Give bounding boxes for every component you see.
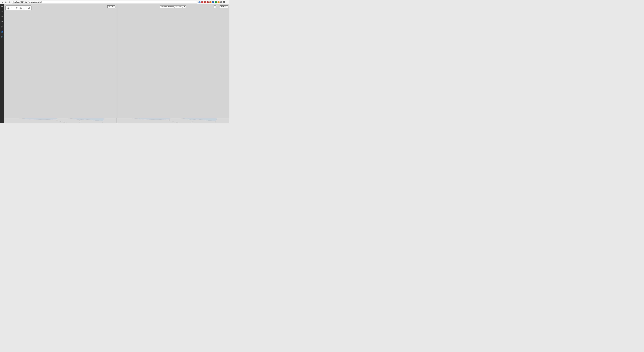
map-area: + 1000 km <box>4 4 229 123</box>
svg-point-2 <box>7 7 8 8</box>
browser-icon-2 <box>201 1 203 3</box>
projection-selector[interactable]: Spherical Mercator (EPSG:3857) ▼ <box>160 6 186 8</box>
browser-icon-5 <box>209 1 212 3</box>
browser-bar: ◀ ▶ ↻ ⋮ <box>0 0 229 4</box>
svg-rect-11 <box>25 7 26 8</box>
right-scale-label: 1000 km <box>221 6 227 8</box>
browser-icon-8 <box>218 1 220 3</box>
map-divider <box>116 4 117 123</box>
toolbar-add-button[interactable]: + <box>10 6 14 10</box>
left-map-panel[interactable]: 1000 km <box>4 4 116 123</box>
browser-icon-3 <box>204 1 206 3</box>
svg-rect-10 <box>24 7 25 8</box>
right-scale-bar: 1000 km <box>220 6 228 8</box>
svg-rect-15 <box>29 7 30 8</box>
left-map-svg[interactable]: YT NT NU BC AB SK MB ON QC NL NB NS PE C… <box>4 4 116 123</box>
svg-line-1 <box>2 7 3 7</box>
toolbar-grid-button[interactable] <box>23 6 27 10</box>
left-scale-bar: 1000 km <box>108 6 115 8</box>
browser-icon-1 <box>198 1 200 3</box>
svg-rect-9 <box>21 8 22 9</box>
browser-icon-10 <box>223 1 225 3</box>
browser-icon-4 <box>206 1 209 3</box>
svg-rect-7 <box>20 8 20 9</box>
sidebar-add-button[interactable]: + <box>0 10 4 13</box>
right-map-panel[interactable]: Spherical Mercator (EPSG:3857) ▼ 1000 km… <box>117 4 229 123</box>
url-bar[interactable] <box>12 1 197 4</box>
toggle-label: 1 <box>214 6 215 8</box>
sidebar-draw-button[interactable]: ✏ <box>0 15 4 18</box>
toolbar-print-button[interactable] <box>27 6 31 10</box>
toolbar-list-button[interactable] <box>14 6 18 10</box>
svg-point-0 <box>2 6 2 7</box>
sidebar-layers-button[interactable]: ◎ <box>0 25 4 28</box>
sidebar-settings-button[interactable]: ⚙ <box>0 20 4 23</box>
app-container: + ✏ ⚙ ◎ 👤 🔗 + <box>0 4 229 123</box>
toolbar-search-button[interactable] <box>6 6 10 10</box>
projection-label: Spherical Mercator (EPSG:3857) <box>161 6 183 8</box>
svg-line-3 <box>8 8 9 9</box>
right-toggle-button[interactable]: 1 <box>214 6 216 8</box>
sidebar-link-button[interactable]: 🔗 <box>0 35 4 38</box>
browser-icons: ⋮ <box>198 1 228 3</box>
sidebar-search-button[interactable] <box>0 5 4 8</box>
browser-icon-7 <box>215 1 217 3</box>
sidebar-person-button[interactable]: 👤 <box>0 30 4 33</box>
left-scale-label: 1000 km <box>108 6 114 8</box>
sidebar: + ✏ ⚙ ◎ 👤 🔗 <box>0 4 4 123</box>
toolbar-chart-button[interactable] <box>19 6 22 10</box>
right-map-svg[interactable]: YT NT NU BC AB SK MB ON QC NL NB NS PE C… <box>117 4 229 123</box>
toolbar: + <box>6 6 32 10</box>
refresh-button[interactable]: ↻ <box>8 1 11 3</box>
back-button[interactable]: ◀ <box>1 1 4 3</box>
svg-rect-8 <box>20 8 21 9</box>
browser-menu[interactable]: ⋮ <box>226 1 228 3</box>
forward-button[interactable]: ▶ <box>5 1 7 3</box>
svg-rect-12 <box>24 8 25 9</box>
browser-icon-9 <box>220 1 222 3</box>
svg-rect-13 <box>25 8 26 9</box>
browser-icon-6 <box>212 1 214 3</box>
chevron-down-icon: ▼ <box>184 6 185 8</box>
